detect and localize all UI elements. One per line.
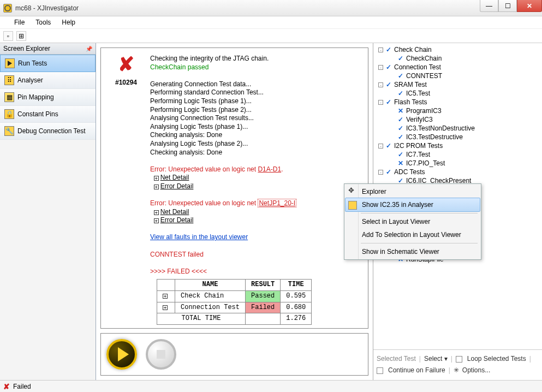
error-line: Error: Unexpected value on logic net Net… <box>150 199 361 208</box>
run-id: #10294 <box>109 79 144 87</box>
log-line: Performing Logic Tests (phase 2)... <box>150 106 361 115</box>
tree-item[interactable]: -✓Check Chain <box>374 45 541 54</box>
log-line: Checking analysis: Done <box>150 131 361 140</box>
check-icon: ✓ <box>385 46 392 54</box>
tree-item[interactable]: ✓CheckChain <box>374 54 541 63</box>
pin-icon[interactable]: 📌 <box>86 46 92 52</box>
gear-icon: ✳ <box>454 365 459 377</box>
loop-checkbox[interactable] <box>456 356 462 363</box>
expand-toggle[interactable]: - <box>378 144 383 149</box>
expand-net-detail[interactable]: +Net Detail <box>150 174 361 182</box>
log-line: Analysing Logic Tests (phase 2)... <box>150 140 361 149</box>
plus-icon: + <box>154 210 159 215</box>
output-log: ✘ #10294 Checking the integrity of the J… <box>100 47 368 329</box>
context-item-select-layout[interactable]: Select in Layout Viewer <box>346 215 480 228</box>
log-line: Analysing Logic Tests (phase 1)... <box>150 123 361 132</box>
sidebar-item-pin-mapping[interactable]: ▦ Pin Mapping <box>0 89 96 106</box>
expand-toggle[interactable]: - <box>378 47 383 52</box>
tree-item[interactable]: ✓IC3.TestDestructive <box>374 133 541 141</box>
toolbar-button-2[interactable]: ⊞ <box>16 31 26 41</box>
error-suffix: . <box>281 165 283 173</box>
sidebar-item-analyser[interactable]: ⠿ Analyser <box>0 72 96 89</box>
control-bar <box>100 333 368 376</box>
tree-item-label: ProgramIC3 <box>406 107 442 115</box>
sidebar-item-run-tests[interactable]: Run Tests <box>0 55 96 72</box>
menu-file[interactable]: File <box>10 17 29 27</box>
expand-toggle[interactable]: - <box>378 82 383 87</box>
test-options: Selected Test | Select ▾ | Loop Selected… <box>373 349 542 380</box>
sidebar-item-label: Constant Pins <box>17 110 58 118</box>
sidebar-item-debug-connection-test[interactable]: 🔧 Debug Connection Test <box>0 123 96 140</box>
grid-icon <box>348 201 357 210</box>
tree-item-label: Connection Test <box>394 63 441 71</box>
cell-name: Check Chain <box>175 291 246 302</box>
select-dropdown[interactable]: Select ▾ <box>424 353 448 365</box>
window-controls: — ☐ ✕ <box>480 0 542 12</box>
check-icon: ✓ <box>385 168 392 176</box>
plus-icon: + <box>154 218 159 223</box>
close-button[interactable]: ✕ <box>517 0 542 12</box>
tree-item[interactable]: -✓ADC Tests <box>374 168 541 176</box>
options-button[interactable]: Options... <box>462 365 490 377</box>
plus-icon: + <box>154 185 159 189</box>
stop-button[interactable] <box>146 339 176 370</box>
view-all-faults-link[interactable]: View all faults in the layout viewer <box>150 233 248 241</box>
cell-empty <box>246 313 281 325</box>
menu-help[interactable]: Help <box>57 17 80 27</box>
output-status-column: ✘ #10294 <box>109 55 144 322</box>
sidebar-item-constant-pins[interactable]: 🔒 Constant Pins <box>0 106 96 123</box>
expand-toggle[interactable]: - <box>378 65 383 70</box>
context-item-explorer[interactable]: Explorer <box>346 185 480 198</box>
context-item-label: Select in Layout Viewer <box>362 218 430 225</box>
tree-item-label: IC7.Test <box>406 151 430 158</box>
menu-tools[interactable]: Tools <box>31 17 55 27</box>
sidebar-item-label: Pin Mapping <box>17 93 54 101</box>
tree-item[interactable]: -✓Flash Tests <box>374 98 541 106</box>
tree-item[interactable]: ✓IC3.TestNonDestructive <box>374 124 541 133</box>
expand-error-detail[interactable]: +Error Detail <box>150 182 361 191</box>
expand-error-detail[interactable]: +Error Detail <box>150 216 361 225</box>
tree-item-label: VerifyIC3 <box>406 116 433 123</box>
tree-item[interactable]: -✓Connection Test <box>374 63 541 72</box>
tree-item[interactable]: ✓IC5.Test <box>374 89 541 98</box>
context-item-add-layout[interactable]: Add To Selection in Layout Viewer <box>346 228 480 241</box>
error-net-link[interactable]: D1A-D1 <box>258 165 281 173</box>
expand-toggle[interactable]: - <box>378 100 383 105</box>
log-line: Checking the integrity of the JTAG chain… <box>150 55 361 63</box>
tree-item[interactable]: ✕ProgramIC3 <box>374 106 541 115</box>
tree-item[interactable]: ✓CONNTEST <box>374 72 541 80</box>
cell-time: 0.680 <box>281 302 312 313</box>
continue-checkbox[interactable] <box>377 367 383 374</box>
toolbar-button-1[interactable]: ▫ <box>3 31 13 41</box>
cross-icon: ✕ <box>397 107 404 115</box>
check-icon: ✓ <box>397 116 404 123</box>
log-line: Generating Connection Test data... <box>150 80 361 89</box>
cell-result: Failed <box>246 302 281 313</box>
tree-item[interactable]: ✓IC7.Test <box>374 150 541 159</box>
continue-label: Continue on Failure <box>388 365 445 377</box>
expand-row[interactable]: + <box>157 302 175 313</box>
divider: | <box>451 353 452 365</box>
error-net-link[interactable]: NetJP1_20-I <box>258 199 296 207</box>
move-cursor-icon <box>347 186 355 194</box>
expand-row[interactable]: + <box>157 291 175 302</box>
expand-net-detail[interactable]: +Net Detail <box>150 208 361 217</box>
tree-item[interactable]: ✓VerifyIC3 <box>374 115 541 124</box>
maximize-button[interactable]: ☐ <box>498 0 517 12</box>
net-detail-link: Net Detail <box>160 208 189 216</box>
context-item-show-schematic[interactable]: Show in Schematic Viewer <box>346 245 480 258</box>
table-header-expand <box>157 280 175 291</box>
table-header-name: NAME <box>175 280 246 291</box>
error-line: Error: Unexpected value on logic net D1A… <box>150 165 361 174</box>
tree-item[interactable]: ✕IC7.PIO_Test <box>374 159 541 168</box>
menu-bar: File Tools Help <box>0 16 542 28</box>
tree-item-label: IC3.TestNonDestructive <box>406 124 475 132</box>
minimize-button[interactable]: — <box>480 0 498 12</box>
check-icon: ✓ <box>385 63 392 71</box>
run-button[interactable] <box>106 339 137 370</box>
tree-item[interactable]: -✓I2C PROM Tests <box>374 141 541 150</box>
context-item-show-analyser[interactable]: Show IC2.35 in Analyser <box>345 198 480 212</box>
toolbar: ▫ ⊞ <box>0 28 542 43</box>
expand-toggle[interactable]: - <box>378 170 383 175</box>
tree-item[interactable]: -✓SRAM Test <box>374 80 541 89</box>
